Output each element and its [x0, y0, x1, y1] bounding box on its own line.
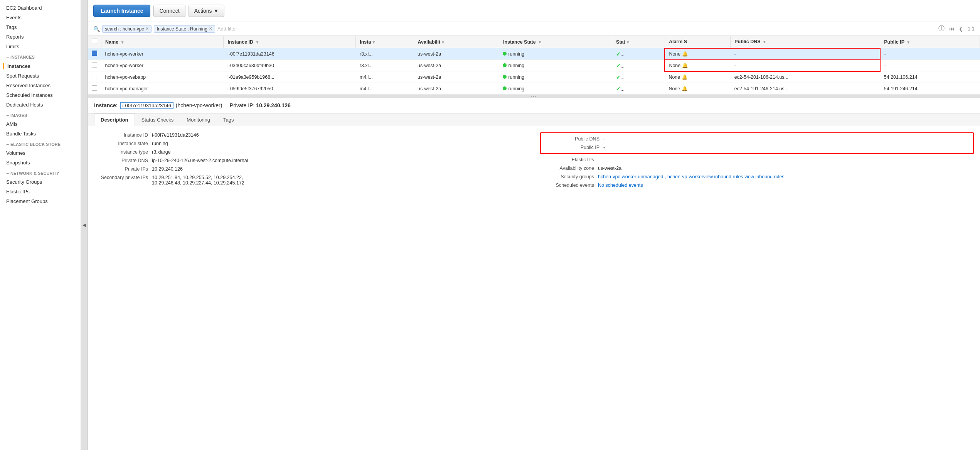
row-availability-zone: us-west-2a — [414, 48, 499, 60]
row-status: ✔... — [612, 48, 665, 60]
row-checkbox-unchecked[interactable] — [92, 62, 97, 68]
row-public-dns: - — [731, 60, 880, 71]
detail-field-row: Private DNSip-10-29-240-126.us-west-2.co… — [94, 158, 528, 163]
sidebar-item-dedicated-hosts[interactable]: Dedicated Hosts — [0, 100, 81, 110]
sidebar-top-items: EC2 DashboardEventsTagsReportsLimits — [0, 3, 81, 51]
collapse-section-icon[interactable]: − — [6, 142, 9, 147]
filter-tag-search[interactable]: search : hchen-vpc ✕ — [102, 25, 152, 33]
sidebar-section-title: − IMAGES — [0, 110, 81, 119]
detail-field-label: Secondary private IPs — [94, 175, 152, 180]
select-all-checkbox[interactable] — [92, 39, 97, 44]
detail-tab-monitoring[interactable]: Monitoring — [180, 113, 217, 126]
header-checkbox-cell[interactable] — [88, 36, 101, 48]
row-availability-zone: us-west-2a — [414, 60, 499, 71]
collapse-section-icon[interactable]: − — [6, 54, 9, 60]
sidebar-item-tags[interactable]: Tags — [0, 22, 81, 32]
sidebar-item-limits[interactable]: Limits — [0, 42, 81, 51]
table-row[interactable]: hchen-vpc-workeri-00f7e11931da23146r3.xl… — [88, 48, 980, 60]
collapse-section-icon[interactable]: − — [6, 171, 9, 176]
security-group-link[interactable]: hchen-vp-workerview inbound rules — [667, 174, 743, 179]
security-group-link[interactable]: hchen-vpc-worker-unmanaged — [598, 174, 663, 179]
launch-instance-button[interactable]: Launch Instance — [93, 5, 150, 17]
sidebar-item-reports[interactable]: Reports — [0, 32, 81, 42]
detail-field-label: Private IPs — [94, 166, 152, 172]
filter-nav-prev[interactable]: ❮ — [959, 26, 963, 32]
status-dot-icon — [503, 52, 507, 56]
sidebar-item-security-groups[interactable]: Security Groups — [0, 177, 81, 187]
table-body: hchen-vpc-workeri-00f7e11931da23146r3.xl… — [88, 48, 980, 95]
sidebar-item-reserved-instances[interactable]: Reserved Instances — [0, 81, 81, 90]
sidebar-item-elastic-ips[interactable]: Elastic IPs — [0, 187, 81, 196]
collapse-button[interactable]: ◀ — [81, 0, 88, 450]
collapse-section-icon[interactable]: − — [6, 113, 9, 118]
detail-field-value[interactable]: No scheduled events — [598, 183, 974, 188]
row-checkbox-cell[interactable] — [88, 60, 101, 71]
detail-field-value: i-00f7e11931da23146 — [152, 132, 528, 138]
col-name[interactable]: Name ▼ — [101, 36, 224, 48]
detail-field-value: 10.29.251.84, 10.29.255.52, 10.29.254.22… — [152, 175, 528, 186]
connect-button[interactable]: Connect — [153, 5, 185, 17]
add-filter-placeholder[interactable]: Add filter — [217, 26, 237, 32]
help-icon[interactable]: ⓘ — [938, 25, 945, 33]
row-instance-type: r3.xl... — [356, 48, 414, 60]
table-row[interactable]: hchen-vpc-manageri-059fde5f376792050m4.l… — [88, 83, 980, 95]
row-status: ✔... — [612, 83, 665, 95]
row-checkbox-unchecked[interactable] — [92, 74, 97, 79]
row-name: hchen-vpc-webapp — [101, 71, 224, 83]
view-inbound-rules-link[interactable]: view inbound rules — [743, 174, 785, 179]
sidebar-item-ec2-dashboard[interactable]: EC2 Dashboard — [0, 3, 81, 13]
sidebar-item-amis[interactable]: AMIs — [0, 119, 81, 129]
status-check-icon: ✔ — [616, 86, 621, 92]
detail-tab-tags[interactable]: Tags — [217, 113, 240, 126]
detail-field-value[interactable]: hchen-vpc-worker-unmanaged , hchen-vp-wo… — [598, 174, 974, 179]
filter-tag-state-close[interactable]: ✕ — [209, 26, 212, 31]
table-header: Name ▼ Instance ID ▼ Insta▼ Availabilit▼… — [88, 36, 980, 48]
row-instance-state: running — [499, 71, 612, 83]
sidebar-section-title: − ELASTIC BLOCK STORE — [0, 139, 81, 148]
row-checkbox-cell[interactable] — [88, 71, 101, 83]
status-dot-icon — [503, 63, 507, 67]
row-alarm: None 🔔 — [665, 71, 730, 83]
filter-tag-state[interactable]: Instance State : Running ✕ — [154, 25, 215, 33]
sidebar-item-volumes[interactable]: Volumes — [0, 148, 81, 158]
sidebar-sections: − INSTANCESInstancesSpot RequestsReserve… — [0, 51, 81, 206]
row-instance-state: running — [499, 83, 612, 95]
col-alarm[interactable]: Alarm S — [665, 36, 730, 48]
col-instance-id[interactable]: Instance ID ▼ — [224, 36, 356, 48]
sidebar-item-instances[interactable]: Instances — [0, 61, 81, 71]
row-checkbox-cell[interactable] — [88, 83, 101, 95]
col-public-dns[interactable]: Public DNS ▼ — [731, 36, 880, 48]
row-checkbox-cell[interactable] — [88, 48, 101, 60]
col-public-ip[interactable]: Public IP ▼ — [880, 36, 980, 48]
sidebar-item-spot-requests[interactable]: Spot Requests — [0, 71, 81, 81]
detail-field-row: Elastic IPs — [540, 157, 974, 162]
filter-nav-first[interactable]: ⏮ — [949, 26, 954, 32]
row-availability-zone: us-west-2a — [414, 71, 499, 83]
row-instance-id: i-03400ca630df49b30 — [224, 60, 356, 71]
detail-field-label: Elastic IPs — [540, 157, 598, 162]
col-availability[interactable]: Availabilit▼ — [414, 36, 499, 48]
table-row[interactable]: hchen-vpc-workeri-03400ca630df49b30r3.xl… — [88, 60, 980, 71]
detail-tab-description[interactable]: Description — [94, 113, 135, 126]
detail-field-value: - — [603, 145, 968, 150]
row-public-dns: ec2-54-201-106-214.us... — [731, 71, 880, 83]
sidebar-item-snapshots[interactable]: Snapshots — [0, 158, 81, 167]
actions-button[interactable]: Actions ▼ — [189, 5, 225, 17]
table-row[interactable]: hchen-vpc-webappi-01a9a3e959b1968...m4.l… — [88, 71, 980, 83]
sidebar-item-scheduled-instances[interactable]: Scheduled Instances — [0, 90, 81, 100]
sidebar-item-events[interactable]: Events — [0, 13, 81, 22]
detail-field-label: Public IP — [546, 145, 603, 150]
filter-tag-search-close[interactable]: ✕ — [145, 26, 149, 31]
col-status[interactable]: Stat▼ — [612, 36, 665, 48]
alarm-bell-icon: 🔔 — [682, 86, 688, 91]
public-info-red-box: Public DNS-Public IP- — [540, 132, 974, 154]
sidebar-item-bundle-tasks[interactable]: Bundle Tasks — [0, 129, 81, 139]
detail-field-label: Public DNS — [546, 136, 603, 142]
col-instance-state[interactable]: Instance State ▼ — [499, 36, 612, 48]
row-checkbox-unchecked[interactable] — [92, 85, 97, 91]
detail-tab-status-checks[interactable]: Status Checks — [135, 113, 180, 126]
resize-handle[interactable]: ••• — [88, 95, 980, 98]
row-checkbox-checked[interactable] — [92, 51, 97, 56]
col-instance-type[interactable]: Insta▼ — [356, 36, 414, 48]
sidebar-item-placement-groups[interactable]: Placement Groups — [0, 196, 81, 206]
